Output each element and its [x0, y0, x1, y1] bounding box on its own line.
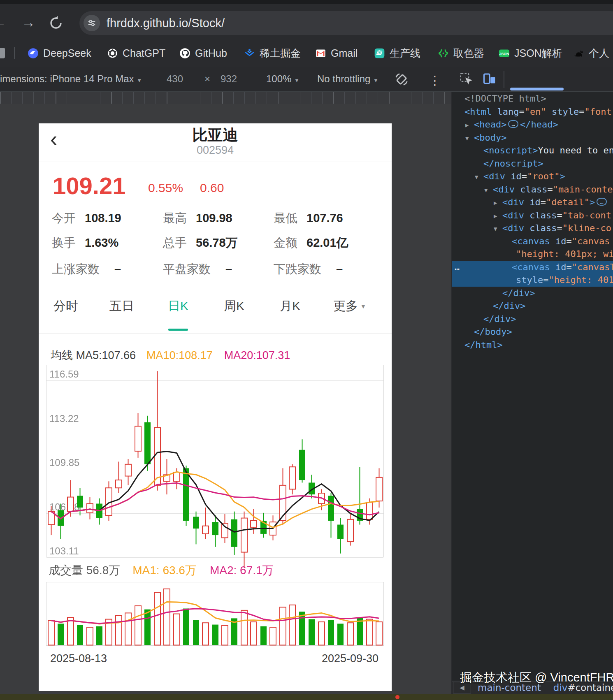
bookmarks-separator	[14, 47, 15, 59]
devtools-tree-line-13[interactable]: "height: 401px; wid	[452, 248, 613, 261]
devtools-tree-line-1[interactable]: <!DOCTYPE html>	[452, 92, 613, 105]
partial-favicon[interactable]	[0, 48, 5, 58]
device-dimensions-select[interactable]: imensions: iPhone 14 Pro Max ▼	[0, 73, 142, 85]
active-tab-underline	[168, 329, 188, 331]
reload-glyph	[49, 16, 63, 30]
toggle-device-toolbar-icon[interactable]	[482, 72, 497, 89]
code-token: <div	[493, 184, 515, 195]
devtools-tree-line-18[interactable]: </div>	[452, 313, 613, 326]
screenshot-root: ← → fhrddx.github.io/Stock/ DeepSeekChat…	[0, 0, 613, 700]
community-watermark: 掘金技术社区 @ VincentFHR	[460, 670, 613, 686]
volume-chart-canvas[interactable]	[46, 582, 384, 646]
stat-label: 最高	[163, 211, 196, 225]
bookmark-9[interactable]: 个人	[573, 46, 609, 60]
bookmark-5[interactable]: Gmail	[315, 46, 358, 60]
url-bar[interactable]: fhrddx.github.io/Stock/	[79, 11, 613, 35]
bookmark-8[interactable]: JSONJSON解析	[499, 46, 562, 60]
stat-label: 最低	[274, 211, 306, 225]
code-token: </div>	[483, 314, 516, 324]
devtools-tree-line-2[interactable]: <html lang="en" style="font-	[452, 105, 613, 118]
devtools-tree-line-14[interactable]: …<canvas id="canvasT	[452, 261, 613, 274]
tree-collapsed-icon[interactable]: ▶	[465, 119, 474, 132]
bookmark-label: 个人	[589, 46, 609, 60]
code-token: <canvas	[512, 262, 550, 272]
code-token: id	[511, 171, 522, 181]
tree-collapsed-icon[interactable]: ▶	[494, 197, 502, 210]
period-tab-月K[interactable]: 月K	[280, 298, 300, 315]
volume-ma2-legend: MA2: 67.1万	[210, 564, 274, 577]
stat-label: 金额	[274, 236, 306, 249]
selected-row-menu-icon[interactable]: …	[455, 261, 460, 274]
throttling-select[interactable]: No throttling ▼	[317, 73, 378, 85]
devtools-tree-line-6[interactable]: </noscript>	[452, 157, 613, 170]
tree-expanded-icon[interactable]: ▼	[484, 184, 493, 197]
inline-expand-badge[interactable]: …	[508, 120, 518, 128]
code-token: class	[529, 223, 557, 233]
code-token: lang	[497, 107, 519, 117]
viewport-height-input[interactable]: 932	[221, 73, 237, 85]
code-token: "detail"	[546, 197, 590, 207]
tree-expanded-icon[interactable]: ▼	[494, 223, 502, 236]
gmail-icon	[315, 48, 326, 59]
devtools-tree-line-7[interactable]: ▼<div id="root">	[452, 170, 613, 183]
devtools-tree-line-3[interactable]: ▶<head>…</head>	[452, 118, 613, 131]
code-token: <div	[483, 171, 505, 181]
mobile-page: ‹ 比亚迪 002594 109.21 0.55% 0.60 今开108.19最…	[39, 123, 392, 691]
stat-cell: 金额62.01亿	[274, 236, 348, 249]
stat-value: 1.63%	[85, 236, 118, 249]
devtools-tree-line-15[interactable]: style="height: 401p	[452, 274, 613, 287]
tune-icon	[87, 19, 96, 28]
devtools-tree-line-16[interactable]: </div>	[452, 287, 613, 300]
devtools-tree-line-8[interactable]: ▼<div class="main-conte	[452, 183, 613, 196]
bookmark-1[interactable]: DeepSeek	[28, 46, 91, 60]
devtools-tree-line-5[interactable]: <noscript>You need to en	[452, 144, 613, 157]
url-text[interactable]: fhrddx.github.io/Stock/	[107, 16, 225, 30]
bookmark-7[interactable]: 取色器	[438, 46, 484, 60]
tree-collapsed-icon[interactable]: ▶	[494, 210, 502, 223]
code-token: =	[522, 171, 527, 181]
devtools-tree-line-19[interactable]: </body>	[452, 325, 613, 338]
devtools-tree-line-20[interactable]: </html>	[452, 338, 613, 352]
devtools-tree-line-17[interactable]: </div>	[452, 299, 613, 313]
period-tab-周K[interactable]: 周K	[224, 298, 244, 315]
period-tab-label: 五日	[109, 299, 134, 313]
code-token	[524, 210, 529, 220]
devtools-tree-line-11[interactable]: ▼<div class="kline-co	[452, 222, 613, 235]
code-token: <div	[502, 223, 524, 233]
kline-chart-canvas[interactable]	[46, 365, 384, 579]
stat-cell: 总手56.78万	[163, 236, 238, 249]
forward-icon[interactable]: →	[21, 14, 35, 30]
tree-expanded-icon[interactable]: ▼	[465, 132, 474, 145]
bookmark-4[interactable]: 稀土掘金	[244, 46, 301, 60]
period-tab-更多[interactable]: 更多▼	[333, 298, 366, 315]
zoom-select[interactable]: 100% ▼	[266, 73, 300, 85]
rotate-device-icon[interactable]	[393, 71, 410, 90]
inspect-element-icon[interactable]	[459, 72, 474, 89]
bookmark-label: ChatGPT	[123, 47, 165, 59]
devtools-tree-line-10[interactable]: ▶<div class="tab-cont	[452, 209, 613, 222]
period-tab-日K[interactable]: 日K	[168, 298, 188, 315]
back-icon[interactable]: ←	[0, 14, 7, 30]
more-options-icon[interactable]: ⋮	[429, 73, 441, 88]
devtools-tree-line-4[interactable]: ▼<body>	[452, 131, 613, 144]
devtools-tree-line-12[interactable]: <canvas id="canvas	[452, 235, 613, 248]
code-token	[550, 262, 555, 272]
site-settings-icon[interactable]	[84, 15, 100, 31]
code-token: class	[520, 184, 547, 195]
inline-expand-badge[interactable]: …	[597, 198, 606, 206]
divider	[39, 333, 392, 334]
stat-label: 下跌家数	[274, 262, 336, 276]
reload-icon[interactable]	[49, 16, 63, 34]
bookmark-6[interactable]: 生产线	[374, 46, 420, 60]
period-tab-label: 周K	[224, 299, 244, 313]
period-tab-分时[interactable]: 分时	[53, 298, 78, 315]
period-tab-五日[interactable]: 五日	[109, 298, 134, 315]
bookmark-3[interactable]: GitHub	[179, 46, 227, 60]
tree-expanded-icon[interactable]: ▼	[475, 171, 483, 184]
deepseek-icon	[28, 48, 39, 59]
viewport-width-input[interactable]: 430	[167, 73, 183, 85]
bookmark-2[interactable]: ChatGPT	[107, 46, 165, 60]
devtools-tree-line-9[interactable]: ▶<div id="detail">…	[452, 196, 613, 209]
devtools-toolbar-separator	[504, 71, 504, 88]
code-token: =	[557, 223, 562, 233]
